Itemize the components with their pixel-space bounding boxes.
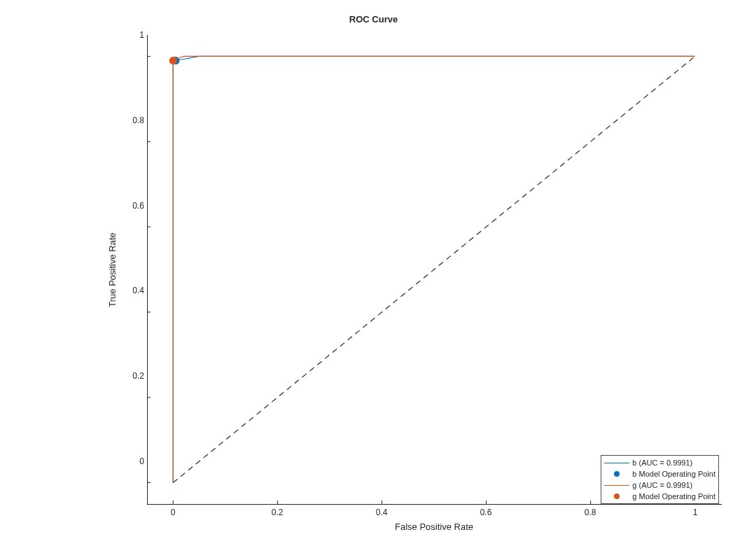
y-axis-label: True Positive Rate — [105, 35, 119, 504]
ytick-4: 0.8 — [126, 115, 144, 125]
legend-line-icon — [604, 485, 629, 486]
reference-line — [173, 56, 694, 482]
ytick-3: 0.6 — [126, 201, 144, 211]
xtick-3: 0.6 — [480, 507, 492, 517]
ytick-2: 0.4 — [126, 286, 144, 295]
legend-label: b (AUC = 0.9991) — [632, 458, 692, 467]
roc-figure: ROC Curve 0 0.2 0.4 0.6 0.8 1 0 0.2 0.4 … — [0, 0, 747, 560]
ytick-1: 0.2 — [126, 371, 144, 381]
legend-entry-g-line: g (AUC = 0.9991) — [604, 479, 715, 491]
chart-title: ROC Curve — [0, 14, 747, 24]
x-axis-label: False Positive Rate — [147, 522, 721, 532]
legend-label: g Model Operating Point — [632, 492, 715, 500]
xtick-5: 1 — [693, 507, 698, 517]
legend-dot-icon — [614, 471, 620, 477]
legend-dot-icon — [614, 493, 620, 499]
legend-label: g (AUC = 0.9991) — [632, 481, 692, 489]
xtick-0: 0 — [171, 507, 176, 517]
legend-line-icon — [604, 463, 629, 463]
legend-label: b Model Operating Point — [632, 470, 715, 478]
plot-area — [147, 35, 721, 504]
legend-entry-g-marker: g Model Operating Point — [604, 491, 715, 502]
xtick-1: 0.2 — [272, 507, 284, 517]
xtick-4: 0.8 — [585, 507, 596, 517]
operating-point-g — [169, 57, 177, 64]
legend: b (AUC = 0.9991) b Model Operating Point… — [601, 455, 719, 504]
xtick-2: 0.4 — [376, 507, 388, 517]
legend-entry-b-line: b (AUC = 0.9991) — [604, 457, 715, 468]
ytick-0: 0 — [126, 456, 144, 466]
ytick-5: 1 — [126, 30, 144, 40]
legend-entry-b-marker: b Model Operating Point — [604, 468, 715, 479]
